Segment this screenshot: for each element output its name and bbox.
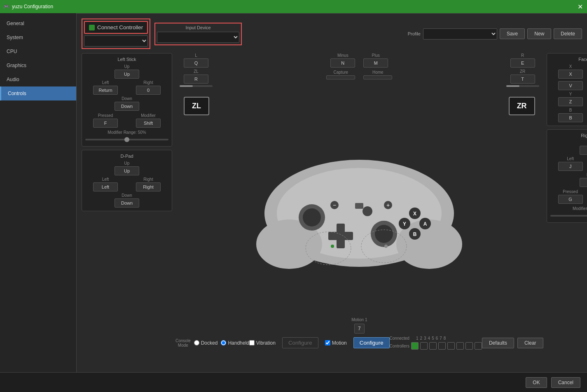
connect-controller-label: Connect Controller (97, 24, 143, 30)
sidebar-item-cpu[interactable]: CPU (0, 44, 76, 58)
left-stick-pressed-btn[interactable]: F (93, 119, 118, 128)
left-stick-right-btn[interactable]: 0 (136, 86, 161, 95)
connect-controller-button[interactable]: Connect Controller (84, 21, 148, 34)
sidebar-item-controls[interactable]: Controls (0, 86, 76, 100)
x-label: X (569, 64, 572, 69)
right-stick-pressed-btn[interactable]: G (558, 195, 583, 204)
plus-btn[interactable]: M (363, 58, 388, 68)
sidebar-item-graphics[interactable]: Graphics (0, 58, 76, 72)
left-stick-section: Left Stick Up Up Left Return (82, 53, 172, 147)
zl-big-btn[interactable]: ZL (184, 97, 209, 115)
l-label: L (195, 53, 197, 58)
v-btn[interactable]: V (558, 81, 583, 90)
motion-input[interactable] (325, 340, 330, 345)
sidebar-item-general[interactable]: General (0, 16, 76, 30)
dpad-left-btn[interactable]: Left (93, 182, 118, 191)
home-label: Home (372, 70, 384, 75)
controller-indicator-4[interactable] (438, 342, 446, 350)
close-button[interactable]: ✕ (576, 3, 584, 10)
new-button[interactable]: New (527, 28, 551, 39)
motion-checkbox[interactable]: Motion (325, 340, 347, 346)
left-stick-up-btn[interactable]: Up (115, 70, 139, 79)
svg-rect-9 (328, 232, 353, 240)
minus-btn[interactable]: N (330, 58, 355, 68)
right-stick-up-btn[interactable]: I (580, 146, 587, 155)
dpad-up-btn[interactable]: Up (115, 166, 139, 175)
configure-motion-btn[interactable]: Configure (353, 337, 390, 348)
face-buttons-section: Face Buttons X X V (547, 53, 587, 126)
handheld-radio[interactable]: Handheld (221, 340, 249, 346)
dpad-up-label: Up (124, 161, 130, 166)
controller-indicator-6[interactable] (456, 342, 464, 350)
docked-label: Docked (201, 340, 218, 346)
profile-label: Profile (408, 31, 421, 36)
controller-indicator-1[interactable] (411, 342, 419, 350)
defaults-clear-section: Defaults Clear (482, 338, 543, 348)
left-stick-left-btn[interactable]: Return (93, 86, 118, 95)
vibration-checkbox[interactable]: Vibration (249, 340, 276, 346)
controller-indicator-3[interactable] (429, 342, 437, 350)
dpad-right-btn[interactable]: Right (136, 182, 161, 191)
controller-indicator-5[interactable] (447, 342, 455, 350)
x-btn[interactable]: X (558, 70, 583, 79)
controller-indicator-7[interactable] (465, 342, 473, 350)
app-icon: 🎮 (3, 4, 9, 9)
sidebar-item-audio[interactable]: Audio (0, 72, 76, 86)
console-mode-section: Console Mode Docked Handheld (175, 338, 249, 348)
vibration-label: Vibration (256, 340, 276, 346)
svg-text:−: − (333, 202, 336, 208)
controller-svg: X A Y B + − (252, 141, 466, 273)
connect-indicator (89, 25, 95, 30)
zr-big-btn[interactable]: ZR (509, 97, 535, 115)
controller-indicator-2[interactable] (420, 342, 428, 350)
y-btn[interactable]: Z (558, 97, 583, 106)
svg-rect-23 (355, 203, 363, 209)
handheld-radio-input[interactable] (221, 340, 226, 345)
r-btn[interactable]: E (510, 58, 535, 68)
docked-radio-input[interactable] (194, 340, 199, 345)
right-stick-left-label: Left (567, 156, 574, 161)
capture-label: Capture (334, 70, 348, 75)
left-stick-down-btn[interactable]: Down (115, 102, 139, 111)
left-stick-down-label: Down (122, 96, 132, 101)
controller-indicator-8[interactable] (475, 342, 482, 350)
dpad-title: D-Pad (85, 154, 168, 159)
b-btn[interactable]: B (558, 113, 583, 122)
main-content: Connect Controller Input Device Profile … (77, 13, 587, 372)
minus-label: Minus (337, 53, 348, 58)
docked-radio[interactable]: Docked (194, 340, 218, 346)
right-stick-modifier-slider[interactable] (550, 212, 587, 219)
right-column: Face Buttons X X V (547, 53, 587, 352)
left-stick-modifier-range-label: Modifier Range: 50% (85, 130, 168, 135)
right-stick-down-btn[interactable]: K (580, 178, 587, 187)
controls-panel: Connect Controller Input Device Profile … (77, 14, 587, 355)
dpad-down-btn[interactable]: Down (115, 198, 139, 208)
right-stick-section: Right Stick Up I Left J Right (547, 129, 587, 223)
save-button[interactable]: Save (500, 28, 525, 39)
defaults-button[interactable]: Defaults (482, 338, 514, 348)
left-stick-modifier-btn[interactable]: Shift (136, 119, 161, 128)
right-stick-left-btn[interactable]: J (558, 162, 583, 171)
home-btn[interactable] (363, 75, 392, 79)
motion-label: Motion (332, 340, 347, 346)
l-btn[interactable]: Q (184, 58, 208, 68)
controller-type-select[interactable] (84, 35, 148, 47)
configure-vibration-btn[interactable]: Configure (282, 337, 318, 348)
capture-btn[interactable] (326, 75, 355, 79)
zl-btn[interactable]: R (184, 75, 208, 84)
delete-button[interactable]: Delete (554, 28, 582, 39)
plus-label: Plus (372, 53, 380, 58)
cancel-button[interactable]: Cancel (551, 377, 580, 388)
vibration-input[interactable] (249, 340, 255, 345)
left-stick-modifier-slider[interactable] (85, 136, 168, 143)
svg-point-5 (303, 208, 321, 226)
clear-button[interactable]: Clear (517, 338, 543, 348)
profile-select[interactable] (423, 28, 497, 40)
zr-btn[interactable]: T (510, 75, 535, 84)
input-device-select[interactable] (157, 32, 239, 43)
r-label: R (521, 53, 524, 58)
input-device-label: Input Device (157, 25, 239, 30)
ok-button[interactable]: OK (526, 377, 547, 388)
footer-bar: OK Cancel (0, 372, 587, 392)
sidebar-item-system[interactable]: System (0, 30, 76, 44)
